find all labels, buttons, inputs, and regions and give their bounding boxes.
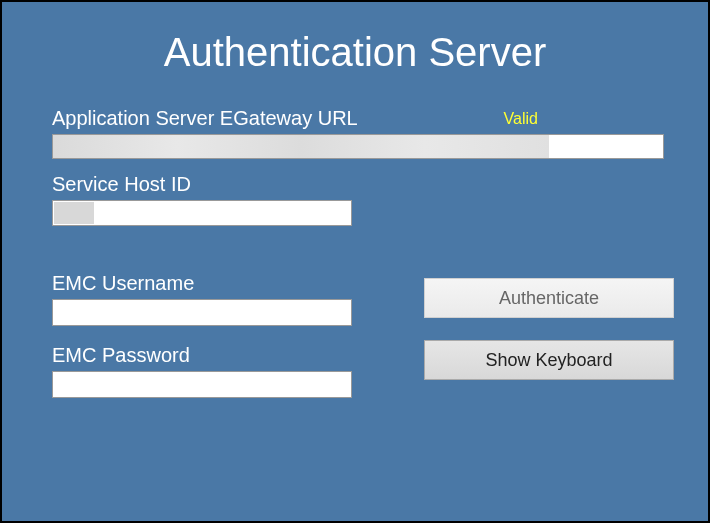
authenticate-button[interactable]: Authenticate xyxy=(424,278,674,318)
egateway-url-input[interactable] xyxy=(52,134,664,159)
password-label: EMC Password xyxy=(52,344,352,367)
emc-password-input[interactable] xyxy=(52,371,352,398)
hostid-field-group: Service Host ID xyxy=(52,173,658,226)
egateway-field-group: Application Server EGateway URL Valid xyxy=(52,107,658,159)
password-field-group: EMC Password xyxy=(52,344,352,416)
page-title: Authentication Server xyxy=(52,30,658,75)
hostid-label: Service Host ID xyxy=(52,173,191,196)
username-field-group: EMC Username xyxy=(52,272,352,344)
auth-server-window: Authentication Server Application Server… xyxy=(0,0,710,523)
emc-username-input[interactable] xyxy=(52,299,352,326)
egateway-status-badge: Valid xyxy=(504,110,538,128)
service-host-id-input[interactable] xyxy=(52,200,352,226)
show-keyboard-button[interactable]: Show Keyboard xyxy=(424,340,674,380)
egateway-label: Application Server EGateway URL xyxy=(52,107,358,130)
username-label: EMC Username xyxy=(52,272,352,295)
credentials-section: EMC Username EMC Password Authenticate S… xyxy=(52,272,658,416)
